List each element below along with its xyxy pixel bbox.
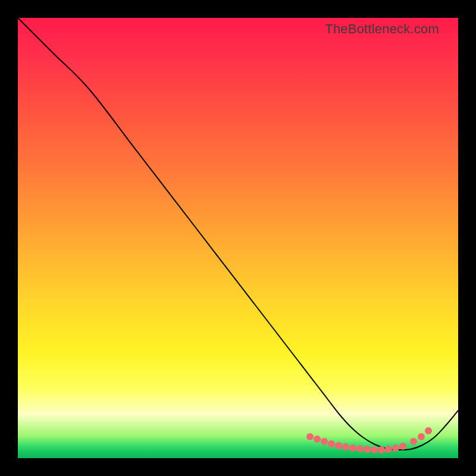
data-marker bbox=[356, 445, 364, 452]
data-marker bbox=[385, 446, 392, 453]
chart-frame: TheBottleneck.com bbox=[0, 0, 476, 476]
data-marker bbox=[364, 446, 371, 453]
attribution-label: TheBottleneck.com bbox=[325, 21, 439, 37]
data-marker bbox=[425, 427, 432, 434]
data-marker bbox=[392, 444, 399, 452]
chart-svg bbox=[18, 18, 458, 458]
data-marker bbox=[335, 442, 342, 449]
bottleneck-curve bbox=[18, 18, 458, 450]
data-marker bbox=[349, 444, 356, 452]
data-marker bbox=[378, 446, 385, 453]
data-marker bbox=[321, 438, 328, 445]
data-marker bbox=[410, 438, 417, 445]
data-marker bbox=[418, 433, 425, 440]
data-marker bbox=[342, 443, 349, 450]
data-marker bbox=[328, 440, 335, 447]
data-marker bbox=[399, 443, 406, 450]
data-marker bbox=[306, 433, 314, 440]
chart-plot-area: TheBottleneck.com bbox=[18, 18, 458, 458]
data-marker bbox=[314, 436, 321, 443]
markers-group bbox=[306, 427, 432, 453]
data-marker bbox=[371, 446, 378, 453]
